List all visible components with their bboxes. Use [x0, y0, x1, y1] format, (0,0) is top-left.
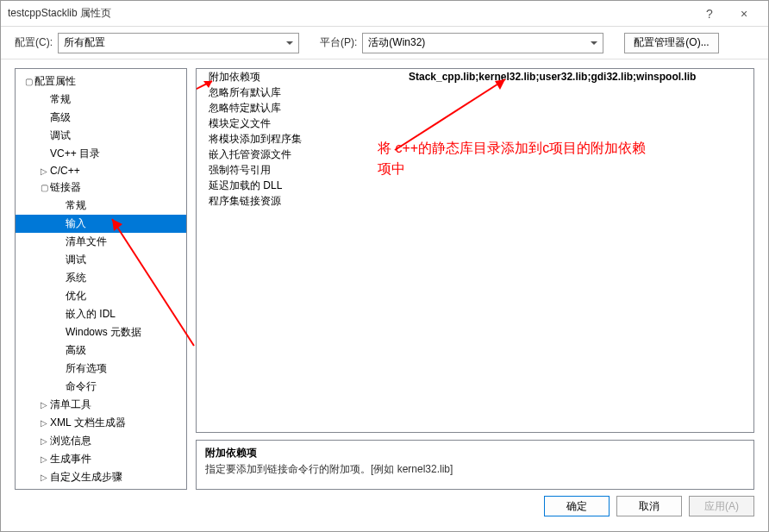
tree-item[interactable]: ▷C/C++: [16, 163, 186, 178]
property-name: 程序集链接资源: [197, 194, 403, 209]
property-page-window: testcppStacklib 属性页 ? × 配置(C): 所有配置 平台(P…: [0, 0, 769, 532]
tree-item[interactable]: 调试: [16, 251, 186, 269]
property-name: 延迟加载的 DLL: [197, 178, 403, 193]
tree-item[interactable]: 嵌入的 IDL: [16, 305, 186, 323]
footer: 确定 取消 应用(A): [1, 490, 768, 531]
config-label: 配置(C):: [15, 35, 53, 50]
expand-arrow-icon[interactable]: ▷: [40, 400, 48, 410]
tree-item[interactable]: ▷生成事件: [16, 450, 186, 468]
property-tree[interactable]: ▢配置属性常规高级调试VC++ 目录▷C/C++▢链接器常规输入清单文件调试系统…: [15, 68, 187, 490]
tree-item-label: 链接器: [50, 180, 81, 195]
tree-item-label: 所有选项: [66, 361, 107, 376]
tree-item-label: 高级: [50, 110, 71, 125]
tree-item[interactable]: 优化: [16, 287, 186, 305]
tree-item[interactable]: ▷自定义生成步骤: [16, 468, 186, 486]
property-row[interactable]: 附加依赖项Stack_cpp.lib;kernel32.lib;user32.l…: [197, 69, 753, 84]
window-title: testcppStacklib 属性页: [8, 6, 692, 21]
tree-item-label: 清单文件: [66, 235, 107, 249]
description-box: 附加依赖项 指定要添加到链接命令行的附加项。[例如 kernel32.lib]: [196, 440, 754, 490]
tree-item[interactable]: Windows 元数据: [16, 323, 186, 341]
tree-item[interactable]: 命令行: [16, 378, 186, 396]
tree-item[interactable]: ▷清单工具: [16, 396, 186, 414]
config-value: 所有配置: [64, 35, 105, 50]
property-row[interactable]: 模块定义文件: [197, 116, 753, 131]
tree-item-label: 配置属性: [34, 74, 76, 89]
property-name: 忽略所有默认库: [197, 85, 403, 100]
platform-label: 平台(P):: [320, 35, 357, 50]
tree-item[interactable]: 常规: [16, 91, 186, 109]
tree-item-label: 优化: [66, 289, 86, 304]
expand-arrow-icon[interactable]: ▷: [40, 454, 48, 464]
tree-item-label: VC++ 目录: [50, 147, 100, 161]
expand-arrow-icon[interactable]: ▢: [24, 77, 33, 86]
tree-item-label: 常规: [50, 92, 71, 107]
expand-arrow-icon[interactable]: ▷: [40, 166, 48, 176]
tree-item-label: 高级: [66, 343, 86, 358]
expand-arrow-icon[interactable]: ▷: [40, 473, 48, 482]
close-button[interactable]: ×: [727, 7, 761, 21]
property-grid[interactable]: 附加依赖项Stack_cpp.lib;kernel32.lib;user32.l…: [196, 68, 754, 433]
apply-button[interactable]: 应用(A): [689, 496, 754, 516]
tree-item-label: 嵌入的 IDL: [66, 307, 116, 322]
tree-item[interactable]: 系统: [16, 269, 186, 287]
config-manager-button[interactable]: 配置管理器(O)...: [624, 33, 718, 53]
tree-item-label: C/C++: [50, 165, 80, 177]
property-name: 将模块添加到程序集: [197, 132, 403, 147]
property-row[interactable]: 程序集链接资源: [197, 193, 753, 209]
expand-arrow-icon[interactable]: ▷: [40, 436, 48, 446]
main-area: ▢配置属性常规高级调试VC++ 目录▷C/C++▢链接器常规输入清单文件调试系统…: [1, 59, 768, 490]
property-row[interactable]: 嵌入托管资源文件: [197, 147, 753, 162]
tree-item[interactable]: 常规: [16, 197, 186, 215]
tree-item-label: 输入: [66, 216, 86, 231]
expand-arrow-icon[interactable]: ▷: [40, 418, 48, 428]
tree-item[interactable]: 所有选项: [16, 360, 186, 378]
tree-item-label: 生成事件: [50, 452, 91, 466]
tree-item-label: 自定义生成步骤: [50, 470, 122, 485]
property-name: 嵌入托管资源文件: [197, 147, 403, 162]
platform-combo[interactable]: 活动(Win32): [362, 33, 603, 53]
ok-button[interactable]: 确定: [544, 496, 610, 516]
tree-item-label: Windows 元数据: [66, 325, 141, 340]
tree-item-label: 命令行: [66, 379, 97, 394]
property-row[interactable]: 将模块添加到程序集: [197, 131, 753, 147]
tree-item-label: 浏览信息: [50, 434, 91, 448]
description-title: 附加依赖项: [205, 446, 745, 460]
expand-arrow-icon[interactable]: ▢: [40, 183, 48, 192]
tree-item[interactable]: 高级: [16, 341, 186, 360]
tree-item-label: 调试: [50, 128, 71, 143]
tree-item-label: 系统: [66, 271, 86, 285]
tree-item-label: 常规: [66, 198, 86, 213]
right-pane: 附加依赖项Stack_cpp.lib;kernel32.lib;user32.l…: [196, 68, 754, 490]
tree-item[interactable]: ▢配置属性: [16, 72, 186, 91]
tree-item[interactable]: VC++ 目录: [16, 145, 186, 163]
platform-value: 活动(Win32): [368, 35, 425, 50]
help-button[interactable]: ?: [692, 7, 727, 21]
cancel-button[interactable]: 取消: [616, 496, 682, 516]
tree-item-label: 调试: [66, 253, 86, 267]
property-name: 强制符号引用: [197, 163, 403, 178]
property-name: 忽略特定默认库: [197, 101, 403, 116]
titlebar: testcppStacklib 属性页 ? ×: [1, 1, 768, 27]
tree-item-label: 清单工具: [50, 397, 91, 412]
tree-item[interactable]: 调试: [16, 127, 186, 145]
tree-item[interactable]: 高级: [16, 109, 186, 127]
config-combo[interactable]: 所有配置: [58, 33, 299, 53]
toolbar: 配置(C): 所有配置 平台(P): 活动(Win32) 配置管理器(O)...: [1, 27, 768, 59]
property-row[interactable]: 延迟加载的 DLL: [197, 178, 753, 193]
property-name: 模块定义文件: [197, 116, 403, 131]
property-row[interactable]: 强制符号引用: [197, 162, 753, 178]
tree-item-label: XML 文档生成器: [50, 416, 126, 430]
tree-item[interactable]: ▷XML 文档生成器: [16, 414, 186, 432]
property-row[interactable]: 忽略所有默认库: [197, 84, 753, 100]
property-name: 附加依赖项: [197, 70, 403, 84]
description-text: 指定要添加到链接命令行的附加项。[例如 kernel32.lib]: [205, 462, 745, 477]
property-value[interactable]: Stack_cpp.lib;kernel32.lib;user32.lib;gd…: [403, 71, 753, 83]
tree-item[interactable]: ▢链接器: [16, 178, 186, 197]
tree-item[interactable]: 输入: [16, 215, 186, 233]
tree-item[interactable]: ▷浏览信息: [16, 432, 186, 450]
property-row[interactable]: 忽略特定默认库: [197, 100, 753, 116]
tree-item[interactable]: 清单文件: [16, 233, 186, 251]
